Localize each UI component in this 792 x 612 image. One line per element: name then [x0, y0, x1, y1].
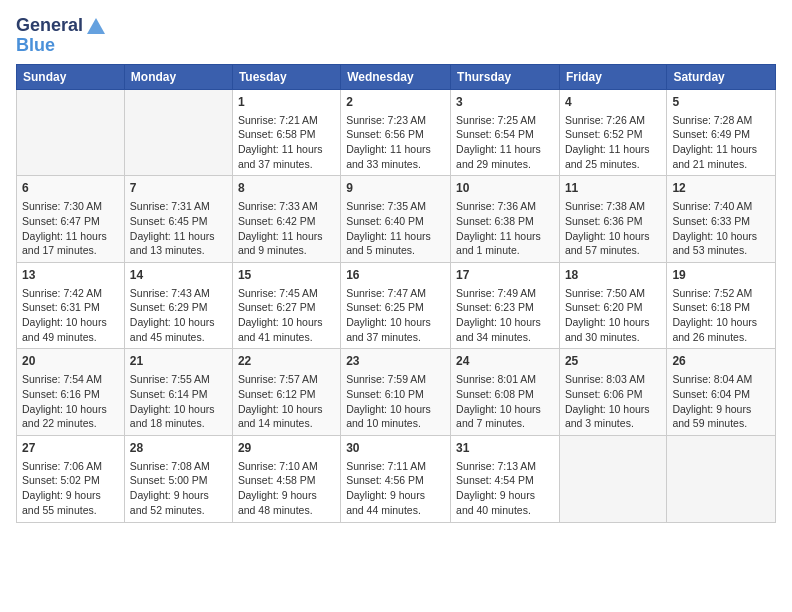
day-detail: Sunrise: 7:50 AMSunset: 6:20 PMDaylight:…	[565, 286, 661, 345]
calendar-cell: 18Sunrise: 7:50 AMSunset: 6:20 PMDayligh…	[559, 262, 666, 349]
calendar-cell: 7Sunrise: 7:31 AMSunset: 6:45 PMDaylight…	[124, 176, 232, 263]
day-detail: Sunrise: 7:26 AMSunset: 6:52 PMDaylight:…	[565, 113, 661, 172]
calendar-week-3: 13Sunrise: 7:42 AMSunset: 6:31 PMDayligh…	[17, 262, 776, 349]
calendar-week-2: 6Sunrise: 7:30 AMSunset: 6:47 PMDaylight…	[17, 176, 776, 263]
calendar-cell: 29Sunrise: 7:10 AMSunset: 4:58 PMDayligh…	[232, 435, 340, 522]
logo-icon	[85, 16, 107, 36]
day-number: 19	[672, 267, 770, 284]
day-detail: Sunrise: 7:49 AMSunset: 6:23 PMDaylight:…	[456, 286, 554, 345]
day-number: 10	[456, 180, 554, 197]
calendar-week-4: 20Sunrise: 7:54 AMSunset: 6:16 PMDayligh…	[17, 349, 776, 436]
calendar-cell: 13Sunrise: 7:42 AMSunset: 6:31 PMDayligh…	[17, 262, 125, 349]
day-number: 14	[130, 267, 227, 284]
weekday-header-wednesday: Wednesday	[341, 64, 451, 89]
day-number: 31	[456, 440, 554, 457]
day-detail: Sunrise: 7:59 AMSunset: 6:10 PMDaylight:…	[346, 372, 445, 431]
day-number: 8	[238, 180, 335, 197]
day-number: 12	[672, 180, 770, 197]
day-detail: Sunrise: 7:55 AMSunset: 6:14 PMDaylight:…	[130, 372, 227, 431]
calendar-week-1: 1Sunrise: 7:21 AMSunset: 6:58 PMDaylight…	[17, 89, 776, 176]
day-detail: Sunrise: 7:31 AMSunset: 6:45 PMDaylight:…	[130, 199, 227, 258]
day-number: 17	[456, 267, 554, 284]
day-number: 28	[130, 440, 227, 457]
calendar-cell: 6Sunrise: 7:30 AMSunset: 6:47 PMDaylight…	[17, 176, 125, 263]
calendar-cell: 3Sunrise: 7:25 AMSunset: 6:54 PMDaylight…	[451, 89, 560, 176]
day-detail: Sunrise: 7:36 AMSunset: 6:38 PMDaylight:…	[456, 199, 554, 258]
day-detail: Sunrise: 7:42 AMSunset: 6:31 PMDaylight:…	[22, 286, 119, 345]
day-number: 5	[672, 94, 770, 111]
day-detail: Sunrise: 7:06 AMSunset: 5:02 PMDaylight:…	[22, 459, 119, 518]
day-detail: Sunrise: 7:28 AMSunset: 6:49 PMDaylight:…	[672, 113, 770, 172]
logo-text-general: General	[16, 16, 83, 36]
day-detail: Sunrise: 8:03 AMSunset: 6:06 PMDaylight:…	[565, 372, 661, 431]
weekday-header-tuesday: Tuesday	[232, 64, 340, 89]
day-detail: Sunrise: 7:25 AMSunset: 6:54 PMDaylight:…	[456, 113, 554, 172]
day-number: 26	[672, 353, 770, 370]
day-number: 30	[346, 440, 445, 457]
calendar-cell	[667, 435, 776, 522]
calendar-cell	[559, 435, 666, 522]
day-number: 6	[22, 180, 119, 197]
calendar-cell: 11Sunrise: 7:38 AMSunset: 6:36 PMDayligh…	[559, 176, 666, 263]
calendar-cell: 17Sunrise: 7:49 AMSunset: 6:23 PMDayligh…	[451, 262, 560, 349]
day-detail: Sunrise: 7:33 AMSunset: 6:42 PMDaylight:…	[238, 199, 335, 258]
calendar-cell: 22Sunrise: 7:57 AMSunset: 6:12 PMDayligh…	[232, 349, 340, 436]
day-detail: Sunrise: 7:23 AMSunset: 6:56 PMDaylight:…	[346, 113, 445, 172]
day-detail: Sunrise: 7:08 AMSunset: 5:00 PMDaylight:…	[130, 459, 227, 518]
day-number: 9	[346, 180, 445, 197]
day-number: 18	[565, 267, 661, 284]
calendar-cell: 24Sunrise: 8:01 AMSunset: 6:08 PMDayligh…	[451, 349, 560, 436]
calendar-cell: 9Sunrise: 7:35 AMSunset: 6:40 PMDaylight…	[341, 176, 451, 263]
day-number: 4	[565, 94, 661, 111]
logo-text-blue: Blue	[16, 36, 55, 56]
day-detail: Sunrise: 7:13 AMSunset: 4:54 PMDaylight:…	[456, 459, 554, 518]
day-number: 29	[238, 440, 335, 457]
day-detail: Sunrise: 7:11 AMSunset: 4:56 PMDaylight:…	[346, 459, 445, 518]
day-detail: Sunrise: 7:40 AMSunset: 6:33 PMDaylight:…	[672, 199, 770, 258]
weekday-header-saturday: Saturday	[667, 64, 776, 89]
calendar-cell: 27Sunrise: 7:06 AMSunset: 5:02 PMDayligh…	[17, 435, 125, 522]
calendar-cell: 31Sunrise: 7:13 AMSunset: 4:54 PMDayligh…	[451, 435, 560, 522]
day-detail: Sunrise: 7:43 AMSunset: 6:29 PMDaylight:…	[130, 286, 227, 345]
calendar-cell: 12Sunrise: 7:40 AMSunset: 6:33 PMDayligh…	[667, 176, 776, 263]
calendar-cell: 14Sunrise: 7:43 AMSunset: 6:29 PMDayligh…	[124, 262, 232, 349]
day-detail: Sunrise: 7:30 AMSunset: 6:47 PMDaylight:…	[22, 199, 119, 258]
day-number: 11	[565, 180, 661, 197]
day-detail: Sunrise: 7:45 AMSunset: 6:27 PMDaylight:…	[238, 286, 335, 345]
calendar-cell: 28Sunrise: 7:08 AMSunset: 5:00 PMDayligh…	[124, 435, 232, 522]
weekday-header-thursday: Thursday	[451, 64, 560, 89]
day-detail: Sunrise: 7:47 AMSunset: 6:25 PMDaylight:…	[346, 286, 445, 345]
day-number: 23	[346, 353, 445, 370]
calendar-cell: 2Sunrise: 7:23 AMSunset: 6:56 PMDaylight…	[341, 89, 451, 176]
calendar-week-5: 27Sunrise: 7:06 AMSunset: 5:02 PMDayligh…	[17, 435, 776, 522]
calendar-cell: 25Sunrise: 8:03 AMSunset: 6:06 PMDayligh…	[559, 349, 666, 436]
calendar-cell: 16Sunrise: 7:47 AMSunset: 6:25 PMDayligh…	[341, 262, 451, 349]
weekday-header-sunday: Sunday	[17, 64, 125, 89]
calendar-cell	[17, 89, 125, 176]
calendar-cell: 5Sunrise: 7:28 AMSunset: 6:49 PMDaylight…	[667, 89, 776, 176]
day-number: 7	[130, 180, 227, 197]
day-detail: Sunrise: 7:52 AMSunset: 6:18 PMDaylight:…	[672, 286, 770, 345]
day-number: 27	[22, 440, 119, 457]
page: General Blue SundayMondayTuesdayWednesda…	[0, 0, 792, 612]
day-number: 24	[456, 353, 554, 370]
day-detail: Sunrise: 7:38 AMSunset: 6:36 PMDaylight:…	[565, 199, 661, 258]
calendar-cell: 1Sunrise: 7:21 AMSunset: 6:58 PMDaylight…	[232, 89, 340, 176]
day-number: 13	[22, 267, 119, 284]
day-detail: Sunrise: 7:54 AMSunset: 6:16 PMDaylight:…	[22, 372, 119, 431]
day-number: 3	[456, 94, 554, 111]
day-detail: Sunrise: 7:57 AMSunset: 6:12 PMDaylight:…	[238, 372, 335, 431]
day-detail: Sunrise: 7:35 AMSunset: 6:40 PMDaylight:…	[346, 199, 445, 258]
day-number: 2	[346, 94, 445, 111]
day-number: 25	[565, 353, 661, 370]
svg-marker-0	[87, 18, 105, 34]
calendar-cell: 10Sunrise: 7:36 AMSunset: 6:38 PMDayligh…	[451, 176, 560, 263]
weekday-header-friday: Friday	[559, 64, 666, 89]
calendar-table: SundayMondayTuesdayWednesdayThursdayFrid…	[16, 64, 776, 523]
calendar-cell: 30Sunrise: 7:11 AMSunset: 4:56 PMDayligh…	[341, 435, 451, 522]
day-number: 15	[238, 267, 335, 284]
weekday-header-monday: Monday	[124, 64, 232, 89]
calendar-cell	[124, 89, 232, 176]
logo: General Blue	[16, 16, 107, 56]
day-number: 21	[130, 353, 227, 370]
